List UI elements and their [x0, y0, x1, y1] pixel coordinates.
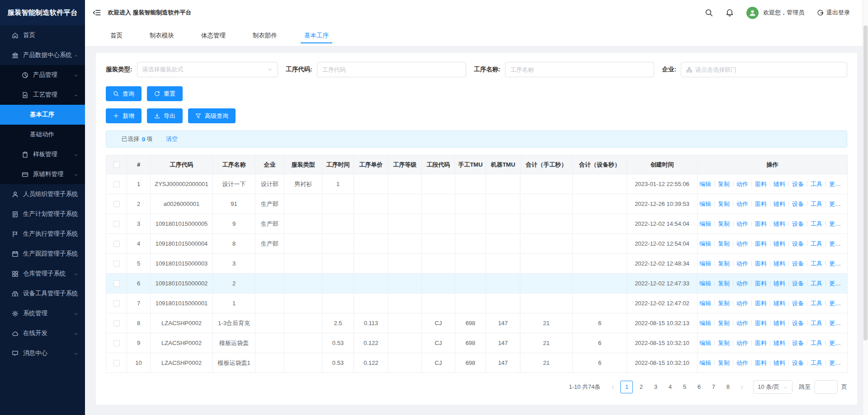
page-number[interactable]: 2	[635, 381, 647, 393]
row-action-link[interactable]: 辅料	[774, 181, 785, 187]
row-action-link[interactable]: 动作	[736, 181, 748, 187]
row-action-link[interactable]: 更多	[829, 340, 841, 346]
row-checkbox[interactable]	[113, 261, 120, 267]
row-action-link[interactable]: 动作	[736, 280, 748, 287]
page-number[interactable]: 6	[693, 381, 705, 393]
sidebar-item[interactable]: 仓库管理子系统	[0, 264, 85, 284]
sidebar-item[interactable]: 工艺管理	[0, 85, 85, 105]
filter-input[interactable]	[695, 66, 842, 73]
row-action-link[interactable]: 面料	[755, 260, 767, 267]
row-action-link[interactable]: 辅料	[774, 220, 785, 227]
sidebar-item[interactable]: 消息中心	[0, 343, 85, 363]
row-action-link[interactable]: 辅料	[774, 201, 785, 207]
row-action-link[interactable]: 工具	[811, 181, 822, 187]
row-action-link[interactable]: 编辑	[699, 359, 711, 366]
row-action-link[interactable]: 设备	[792, 240, 804, 247]
garment-type-select[interactable]: 请选择服装款式	[137, 62, 278, 77]
row-action-link[interactable]: 编辑	[699, 280, 711, 287]
row-action-link[interactable]: 工具	[811, 320, 822, 326]
row-action-link[interactable]: 设备	[792, 300, 804, 307]
sidebar-item[interactable]: 在线开发	[0, 323, 85, 343]
filter-input[interactable]	[322, 66, 461, 73]
row-action-link[interactable]: 动作	[736, 260, 748, 267]
sidebar-item[interactable]: 生产计划管理子系统	[0, 204, 85, 224]
jump-page-input[interactable]	[814, 380, 838, 394]
row-action-link[interactable]: 辅料	[774, 240, 785, 247]
next-page-icon[interactable]	[737, 381, 747, 393]
row-action-link[interactable]: 面料	[755, 201, 767, 207]
sidebar-item[interactable]: 首页	[0, 25, 85, 45]
row-action-link[interactable]: 工具	[811, 201, 822, 207]
row-action-link[interactable]: 工具	[811, 260, 822, 267]
row-action-link[interactable]: 面料	[755, 181, 767, 187]
row-action-link[interactable]: 更多	[829, 280, 841, 287]
row-action-link[interactable]: 编辑	[699, 181, 711, 187]
row-action-link[interactable]: 复制	[718, 280, 730, 287]
row-action-link[interactable]: 更多	[829, 240, 841, 247]
logout-button[interactable]: 退出登录	[817, 9, 850, 17]
row-action-link[interactable]: 更多	[829, 260, 841, 267]
row-action-link[interactable]: 编辑	[699, 320, 711, 326]
row-action-link[interactable]: 更多	[829, 300, 841, 307]
row-action-link[interactable]: 设备	[792, 320, 804, 326]
row-action-link[interactable]: 动作	[736, 240, 748, 247]
sidebar-item[interactable]: 生产跟踪管理子系统	[0, 244, 85, 264]
row-checkbox[interactable]	[113, 320, 120, 326]
row-action-link[interactable]: 复制	[718, 300, 730, 307]
filter-input[interactable]	[510, 66, 649, 73]
page-number[interactable]: 5	[678, 381, 691, 393]
sidebar-item[interactable]: 基本工序	[0, 105, 85, 125]
row-action-link[interactable]: 动作	[736, 220, 748, 227]
row-action-link[interactable]: 编辑	[699, 240, 711, 247]
row-action-link[interactable]: 设备	[792, 260, 804, 267]
row-checkbox[interactable]	[113, 300, 120, 307]
sidebar-item[interactable]: 系统管理	[0, 303, 85, 323]
row-action-link[interactable]: 复制	[718, 201, 730, 207]
row-checkbox[interactable]	[113, 241, 120, 247]
advanced-query-button[interactable]: 高级查询	[188, 108, 236, 123]
row-checkbox[interactable]	[113, 181, 120, 187]
clear-selection-link[interactable]: 清空	[166, 135, 178, 143]
row-action-link[interactable]: 工具	[811, 340, 822, 346]
page-number[interactable]: 3	[649, 381, 662, 393]
row-action-link[interactable]: 面料	[755, 240, 767, 247]
row-action-link[interactable]: 复制	[718, 240, 730, 247]
sidebar-item[interactable]: 基础动作	[0, 125, 85, 145]
row-action-link[interactable]: 更多	[829, 181, 841, 187]
row-action-link[interactable]: 编辑	[699, 260, 711, 267]
row-action-link[interactable]: 设备	[792, 280, 804, 287]
row-action-link[interactable]: 面料	[755, 300, 767, 307]
page-size-select[interactable]: 10 条/页	[753, 380, 793, 394]
tab-item[interactable]: 制衣部件	[239, 25, 291, 46]
page-scrollbar[interactable]	[863, 0, 868, 415]
sidebar-item[interactable]: 原辅料管理	[0, 164, 85, 184]
tab-item[interactable]: 首页	[97, 25, 136, 46]
row-action-link[interactable]: 复制	[718, 260, 730, 267]
row-action-link[interactable]: 设备	[792, 340, 804, 346]
select-all-checkbox[interactable]	[113, 162, 120, 168]
add-button[interactable]: 新增	[106, 108, 142, 123]
export-button[interactable]: 导出	[147, 108, 183, 123]
page-number[interactable]: 7	[707, 381, 720, 393]
row-action-link[interactable]: 工具	[811, 280, 822, 287]
row-action-link[interactable]: 编辑	[699, 220, 711, 227]
page-number[interactable]: 1	[620, 381, 633, 393]
scrollbar-thumb[interactable]	[863, 25, 868, 340]
row-action-link[interactable]: 动作	[736, 340, 748, 346]
bell-icon[interactable]	[726, 9, 734, 17]
row-action-link[interactable]: 工具	[811, 240, 822, 247]
row-checkbox[interactable]	[113, 221, 120, 227]
row-action-link[interactable]: 辅料	[774, 320, 785, 326]
collapse-menu-icon[interactable]	[93, 9, 101, 17]
reset-button[interactable]: 重置	[147, 86, 183, 101]
sidebar-item[interactable]: 设备工具管理子系统	[0, 284, 85, 303]
row-action-link[interactable]: 动作	[736, 320, 748, 326]
sidebar-item[interactable]: 生产执行管理子系统	[0, 224, 85, 244]
row-action-link[interactable]: 设备	[792, 181, 804, 187]
tab-item[interactable]: 制衣模块	[136, 25, 188, 46]
row-action-link[interactable]: 面料	[755, 320, 767, 326]
row-action-link[interactable]: 面料	[755, 280, 767, 287]
row-action-link[interactable]: 复制	[718, 320, 730, 326]
prev-page-icon[interactable]	[608, 381, 618, 393]
row-action-link[interactable]: 设备	[792, 201, 804, 207]
